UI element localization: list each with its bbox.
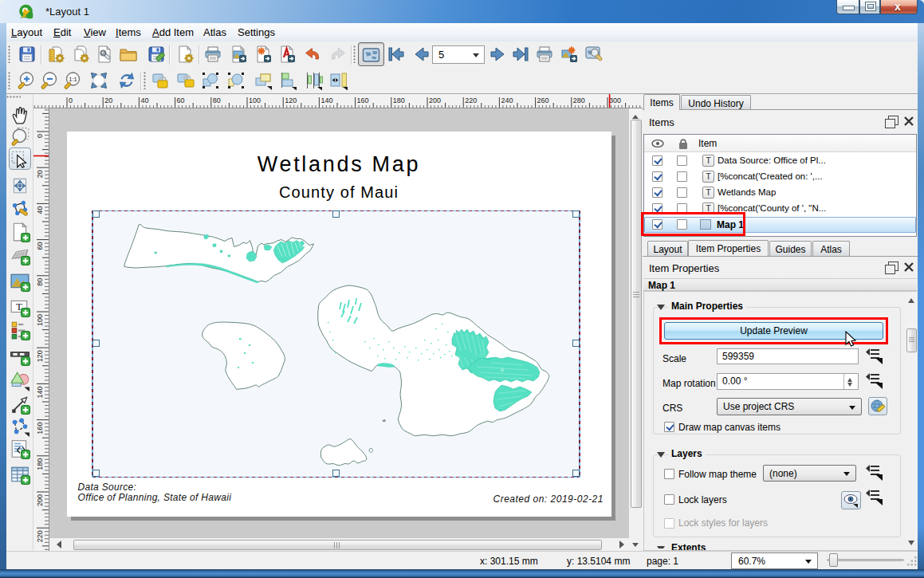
svg-text:1:1: 1:1 — [69, 76, 77, 83]
svg-text:20: 20 — [104, 96, 112, 104]
svg-text:220: 220 — [465, 96, 477, 104]
svg-text:140: 140 — [36, 386, 44, 398]
svg-text:220: 220 — [36, 530, 44, 542]
svg-text:280: 280 — [573, 96, 585, 104]
svg-text:260: 260 — [537, 96, 549, 104]
svg-text:60: 60 — [36, 242, 44, 250]
svg-text:200: 200 — [36, 494, 44, 506]
svg-text:0: 0 — [69, 96, 73, 104]
svg-text:160: 160 — [36, 423, 44, 434]
svg-text:120: 120 — [285, 96, 297, 104]
svg-text:0: 0 — [36, 134, 44, 138]
svg-text:100: 100 — [249, 96, 261, 104]
svg-text:180: 180 — [36, 458, 44, 470]
svg-text:120: 120 — [36, 350, 44, 362]
svg-text:80: 80 — [36, 278, 44, 286]
svg-text:80: 80 — [213, 96, 221, 104]
svg-text:240: 240 — [501, 96, 513, 104]
svg-text:180: 180 — [393, 96, 405, 104]
svg-text:300: 300 — [609, 96, 621, 104]
svg-text:200: 200 — [429, 96, 441, 104]
svg-text:40: 40 — [36, 206, 44, 214]
svg-text:160: 160 — [357, 96, 369, 104]
svg-text:100: 100 — [36, 314, 44, 326]
svg-text:40: 40 — [140, 96, 148, 104]
svg-text:20: 20 — [36, 170, 44, 178]
svg-text:60: 60 — [177, 96, 185, 104]
svg-text:140: 140 — [320, 96, 332, 104]
